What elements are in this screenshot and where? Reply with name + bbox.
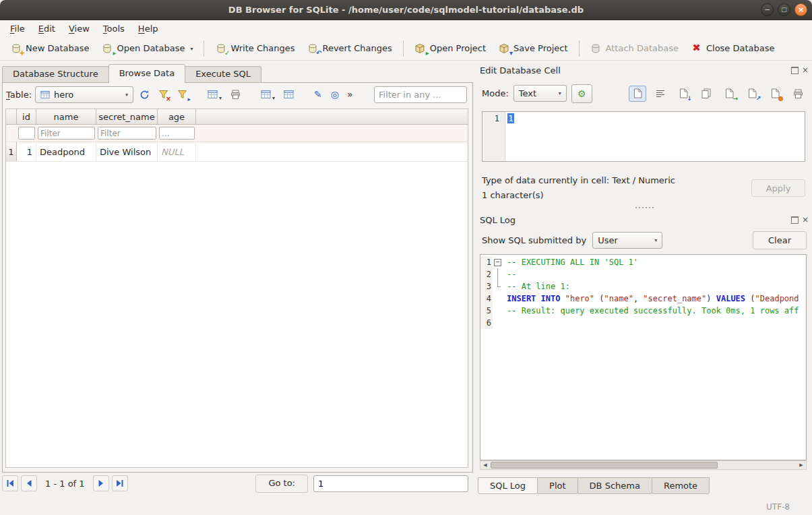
write-changes-label: Write Changes [230,43,294,53]
edit-display-format-button[interactable]: ✎ [311,86,325,103]
import-cell-button[interactable]: ↓ [675,86,692,102]
row-number[interactable]: 1 [6,142,17,161]
scrollbar-track[interactable] [490,461,797,469]
save-project-button[interactable]: ▾ Save Project [492,38,574,58]
cell-id[interactable]: 1 [17,142,36,161]
column-header-id[interactable]: id [17,109,36,124]
last-page-button[interactable] [112,475,128,491]
fold-collapse-icon[interactable]: − [494,259,501,266]
filter-input-id[interactable] [18,127,35,140]
jump-to-row-button[interactable]: ◎ [328,86,342,103]
attach-database-label: Attach Database [606,43,679,53]
titlebar[interactable]: DB Browser for SQLite - /home/user/code/… [0,0,812,20]
clear-log-button[interactable]: Clear [753,231,807,249]
export-cell-button[interactable]: → [720,86,738,102]
write-changes-button[interactable]: ✓ Write Changes [209,38,301,58]
tab-database-structure[interactable]: Database Structure [2,66,109,82]
open-database-dropdown-icon[interactable]: ▾ [190,46,193,54]
table-select[interactable]: hero ▾ [35,86,133,103]
print-button[interactable] [228,86,243,103]
horizontal-scrollbar[interactable]: ◀ ▶ [480,460,807,470]
main-tabbar: Database Structure Browse Data Execute S… [2,64,261,82]
browse-toolbar: Table: hero ▾ × ▸ [3,83,472,106]
dock-tab-sql-log[interactable]: SQL Log [478,477,538,494]
text-view-button[interactable] [629,86,646,102]
open-database-button[interactable]: ▸ Open Database ▾ [96,38,199,58]
new-record-dropdown-icon[interactable]: ▾ [219,95,222,103]
goto-button[interactable]: Go to: [255,475,308,493]
export-records-dropdown-icon[interactable]: ▾ [272,95,275,103]
close-panel-icon[interactable]: × [802,216,809,224]
auto-format-button[interactable]: ⚙ [571,84,592,103]
cell-editor[interactable]: 1 1 [482,111,805,162]
menu-edit[interactable]: Edit [32,22,62,35]
menu-tools[interactable]: Tools [96,22,131,35]
import-records-button[interactable] [281,86,296,103]
refresh-button[interactable] [137,86,152,103]
encoding-indicator: UTF-8 [766,502,790,512]
dock-tab-remote[interactable]: Remote [652,477,710,494]
maximize-icon[interactable]: □ [778,3,790,16]
goto-input[interactable] [313,475,468,492]
tab-execute-sql[interactable]: Execute SQL [185,66,261,82]
new-record-button[interactable]: ▾ [205,86,224,103]
close-database-button[interactable]: ✖ Close Database [685,38,781,58]
line-number: 3 [480,280,493,293]
float-panel-icon[interactable] [791,216,799,224]
menu-file[interactable]: File [3,22,32,35]
float-panel-icon[interactable] [791,67,799,74]
previous-page-button[interactable] [21,475,37,491]
grid-corner-header[interactable] [6,109,17,124]
dock-tab-db-schema[interactable]: DB Schema [577,477,652,494]
attach-database-button[interactable]: Attach Database [584,38,685,58]
new-database-button[interactable]: + New Database [4,38,96,58]
sql-log-editor[interactable]: 1 − -- EXECUTING ALL IN 'SQL 1' 2 -- 3 -… [480,254,807,460]
revert-changes-label: Revert Changes [322,43,392,53]
filter-any-input[interactable] [374,86,467,103]
cell-char-count: 1 character(s) [482,190,544,200]
next-page-button[interactable] [93,475,109,491]
minimize-icon[interactable]: − [761,3,774,16]
fold-column [493,280,503,293]
panel-splitter[interactable] [476,206,812,210]
export-records-button[interactable]: ▾ [258,86,278,103]
filter-input-age[interactable] [159,127,195,140]
save-filter-button[interactable]: ▸ [175,86,190,103]
clear-filters-button[interactable]: × [156,86,171,103]
column-header-age[interactable]: age [158,109,196,124]
log-text: -- At line 1: [503,282,570,291]
scrollbar-thumb[interactable] [491,462,718,468]
word-wrap-button[interactable] [652,86,669,102]
cell-editor-content[interactable]: 1 [505,112,516,161]
log-line: 6 [480,317,806,329]
close-panel-icon[interactable]: × [802,66,809,74]
toolbar-separator [204,40,204,57]
close-window-icon[interactable]: × [794,3,807,16]
cell-name[interactable]: Deadpond [36,142,96,161]
sql-source-select[interactable]: User ▾ [592,232,662,249]
filter-input-name[interactable] [38,127,95,140]
tab-browse-data[interactable]: Browse Data [108,64,186,83]
apply-button[interactable]: Apply [751,179,805,197]
scroll-left-icon[interactable]: ◀ [480,461,490,469]
save-as-button[interactable]: ↗ [743,86,761,102]
print-cell-button[interactable] [789,86,807,102]
mode-select[interactable]: Text ▾ [513,85,567,102]
dock-tab-plot[interactable]: Plot [537,477,578,494]
revert-changes-button[interactable]: ↶ Revert Changes [301,38,398,58]
open-project-button[interactable]: ▸ Open Project [408,38,492,58]
toolbar-overflow-icon[interactable]: » [345,89,355,100]
filter-input-secret-name[interactable] [98,127,156,140]
cell-age[interactable]: NULL [158,142,196,161]
cell-secret-name[interactable]: Dive Wilson [96,142,158,161]
copy-cell-button[interactable] [697,86,715,102]
column-header-secret-name[interactable]: secret_name [96,109,158,124]
set-null-button[interactable] [766,86,784,102]
first-page-button[interactable] [2,475,18,491]
sql-log-title: SQL Log [480,215,516,225]
column-header-name[interactable]: name [36,109,96,124]
menu-view[interactable]: View [62,22,96,35]
null-dot-icon [778,96,783,101]
menu-help[interactable]: Help [131,22,165,35]
scroll-right-icon[interactable]: ▶ [797,461,806,469]
